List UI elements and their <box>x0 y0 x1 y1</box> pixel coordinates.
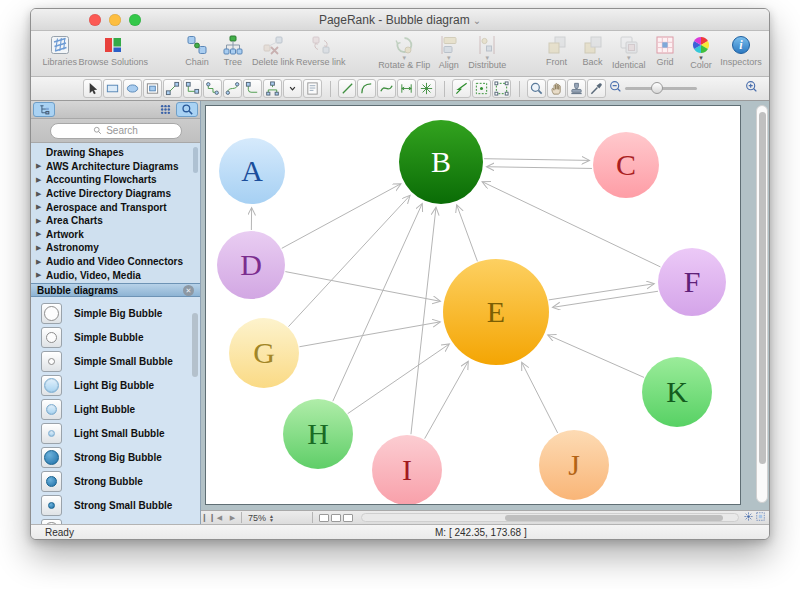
disclosure-triangle-icon[interactable]: ▶ <box>36 271 46 279</box>
bubble-D[interactable]: D <box>217 231 285 299</box>
eyedropper-tool-button[interactable] <box>587 79 606 98</box>
shape-list-scrollbar[interactable] <box>192 313 198 377</box>
edge-J-to-E[interactable] <box>522 363 558 433</box>
remove-library-icon[interactable]: ✕ <box>183 285 194 296</box>
active-library-bar[interactable]: Bubble diagrams ✕ <box>31 283 200 297</box>
library-item-aerospace-and-transport[interactable]: ▶Aerospace and Transport <box>31 200 200 214</box>
library-item-drawing-shapes[interactable]: Drawing Shapes <box>31 146 200 160</box>
edge-C-to-B[interactable] <box>487 167 592 169</box>
select-tool-button[interactable] <box>83 79 102 98</box>
snap-icon[interactable] <box>743 511 754 524</box>
bubble-J[interactable]: J <box>539 430 609 500</box>
zoom-in-button[interactable] <box>745 80 759 98</box>
next-page-button[interactable]: ▶ <box>226 514 239 522</box>
edge-I-to-B[interactable] <box>411 208 436 434</box>
disclosure-triangle-icon[interactable]: ▶ <box>36 217 46 225</box>
edge-F-to-E[interactable] <box>553 291 658 307</box>
library-item-area-charts[interactable]: ▶Area Charts <box>31 214 200 228</box>
library-item-audio-video-media[interactable]: ▶Audio, Video, Media <box>31 268 200 282</box>
zoom-level-control[interactable]: 75% ▲▼ <box>244 513 310 523</box>
shape-preview[interactable] <box>41 351 62 372</box>
horizontal-scrollbar[interactable] <box>361 513 739 522</box>
edge-I-to-E[interactable] <box>425 362 468 439</box>
ellipse-tool-button[interactable] <box>123 79 142 98</box>
pane-splitter-icon[interactable]: ❙❙ <box>201 513 213 522</box>
shape-item-strong-big-bubble[interactable]: Strong Big Bubble <box>41 445 200 469</box>
grid-button[interactable]: Grid <box>650 34 680 67</box>
text-tool-button[interactable] <box>303 79 322 98</box>
connector-menu-caret-button[interactable] <box>283 79 302 98</box>
edge-G-to-E[interactable] <box>299 322 439 347</box>
library-item-astronomy[interactable]: ▶Astronomy <box>31 241 200 255</box>
shape-preview[interactable] <box>41 471 62 492</box>
bubble-H[interactable]: H <box>283 399 353 469</box>
page-box-3[interactable] <box>343 514 353 522</box>
browse-solutions-button[interactable]: Browse Solutions <box>81 34 144 67</box>
connector-smart-tool-button[interactable] <box>183 79 202 98</box>
edge-G-to-B[interactable] <box>288 196 409 327</box>
canvas-viewport[interactable]: ABCDEFGHIJK <box>201 101 769 510</box>
shape-preview[interactable] <box>41 327 62 348</box>
dimension-tool-button[interactable] <box>397 79 416 98</box>
search-input[interactable]: Search <box>50 123 182 139</box>
vertical-scrollbar[interactable] <box>756 105 768 503</box>
prev-page-button[interactable]: ◀ <box>213 514 226 522</box>
shape-item[interactable] <box>41 517 200 524</box>
arc-tool-button[interactable] <box>357 79 376 98</box>
shape-preview[interactable] <box>41 447 62 468</box>
frame-tool-button[interactable] <box>143 79 162 98</box>
close-button[interactable] <box>89 14 101 26</box>
title-chevron-icon[interactable]: ⌄ <box>473 15 481 26</box>
disclosure-triangle-icon[interactable]: ▶ <box>36 176 46 184</box>
connector-rounded-tool-button[interactable] <box>243 79 262 98</box>
zoom-out-button[interactable] <box>609 80 623 98</box>
autoroute-tool-button[interactable] <box>452 79 471 98</box>
zoom-slider-knob[interactable] <box>651 82 663 94</box>
vertical-scrollbar-thumb[interactable] <box>759 112 766 464</box>
document-page[interactable]: ABCDEFGHIJK <box>205 105 741 505</box>
zoom-button[interactable] <box>129 14 141 26</box>
connector-elbow-tool-button[interactable] <box>203 79 222 98</box>
library-item-active-directory-diagrams[interactable]: ▶Active Directory Diagrams <box>31 187 200 201</box>
bubble-E[interactable]: E <box>443 259 549 365</box>
minimize-button[interactable] <box>109 14 121 26</box>
spline-tool-button[interactable] <box>377 79 396 98</box>
disclosure-triangle-icon[interactable]: ▶ <box>36 258 46 266</box>
shape-item-light-bubble[interactable]: Light Bubble <box>41 397 200 421</box>
tree-button[interactable]: Tree <box>218 34 248 67</box>
page-box-2[interactable] <box>331 514 341 522</box>
bubble-B[interactable]: B <box>399 120 483 204</box>
marquee-select-tool-button[interactable] <box>472 79 491 98</box>
zoom-slider[interactable] <box>625 87 697 90</box>
search-view-button[interactable] <box>176 102 198 117</box>
pan-tool-button[interactable] <box>547 79 566 98</box>
bubble-C[interactable]: C <box>593 132 659 198</box>
library-item-artwork[interactable]: ▶Artwork <box>31 228 200 242</box>
connector-direct-tool-button[interactable] <box>163 79 182 98</box>
shape-item-light-small-bubble[interactable]: Light Small Bubble <box>41 421 200 445</box>
shape-item-simple-small-bubble[interactable]: Simple Small Bubble <box>41 349 200 373</box>
shape-preview[interactable] <box>41 375 62 396</box>
bubble-K[interactable]: K <box>642 357 712 427</box>
library-item-audio-and-video-connectors[interactable]: ▶Audio and Video Connectors <box>31 255 200 269</box>
inspectors-button[interactable]: iInspectors <box>722 34 760 67</box>
bubble-A[interactable]: A <box>219 138 285 204</box>
line-tool-button[interactable] <box>338 79 357 98</box>
edge-E-to-B[interactable] <box>457 205 478 261</box>
bubble-G[interactable]: G <box>229 318 299 388</box>
fit-icon[interactable] <box>755 511 766 524</box>
page-box-1[interactable] <box>319 514 329 522</box>
edge-K-to-E[interactable] <box>548 335 644 377</box>
bubble-I[interactable]: I <box>372 435 442 504</box>
connector-tree-tool-button[interactable] <box>263 79 282 98</box>
tree-view-button[interactable] <box>33 102 55 117</box>
library-list-scrollbar[interactable] <box>193 147 198 173</box>
shape-item-simple-bubble[interactable]: Simple Bubble <box>41 325 200 349</box>
stamp-tool-button[interactable] <box>567 79 586 98</box>
disclosure-triangle-icon[interactable]: ▶ <box>36 230 46 238</box>
chain-button[interactable]: Chain <box>182 34 212 67</box>
edge-E-to-F[interactable] <box>549 284 654 300</box>
disclosure-triangle-icon[interactable]: ▶ <box>36 244 46 252</box>
edge-D-to-E[interactable] <box>285 272 440 302</box>
edge-H-to-E[interactable] <box>348 344 449 413</box>
